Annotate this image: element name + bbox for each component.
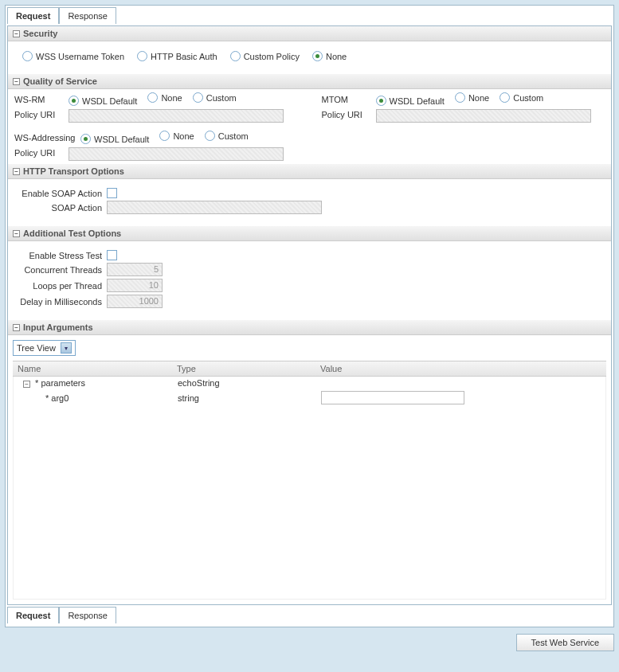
- radio-wsrm-default[interactable]: WSDL Default: [69, 96, 137, 106]
- mtom-policy-uri-input: [376, 109, 591, 123]
- radio-wsaddr-custom[interactable]: Custom: [205, 131, 249, 141]
- radio-icon: [500, 92, 510, 103]
- qos-wsaddr: WS-Addressing WSDL Default None Custom P…: [14, 131, 605, 161]
- main-panel: Request Response − Security WSS Username…: [5, 5, 614, 627]
- radio-icon: [230, 51, 241, 61]
- tab-request-bottom[interactable]: Request: [7, 607, 59, 623]
- radio-icon: [137, 51, 147, 61]
- section-input-body: Tree View ▾ Name Type Value − * paramete…: [8, 335, 611, 604]
- section-title: Quality of Service: [23, 76, 97, 86]
- wsrm-policy-uri-input: [69, 109, 284, 123]
- args-table-body: − * parameters echoString * arg0 string: [13, 377, 606, 600]
- delay-ms-input: 1000: [107, 295, 163, 308]
- section-qos-body: WS-RM WSDL Default None Custom Policy UR…: [8, 89, 611, 164]
- radio-mtom-none[interactable]: None: [455, 92, 489, 103]
- test-web-service-button[interactable]: Test Web Service: [516, 634, 614, 651]
- section-security-header[interactable]: − Security: [8, 26, 611, 41]
- view-select[interactable]: Tree View ▾: [13, 340, 76, 356]
- radio-wsrm-none[interactable]: None: [147, 92, 182, 103]
- radio-http-basic[interactable]: HTTP Basic Auth: [137, 51, 217, 61]
- radio-icon: [69, 96, 79, 106]
- table-row[interactable]: − * parameters echoString: [14, 377, 605, 389]
- tab-response-bottom[interactable]: Response: [59, 607, 116, 623]
- section-title: Input Arguments: [23, 322, 93, 332]
- concurrent-threads-input: 5: [107, 263, 163, 276]
- wsaddr-policy-uri-input: [69, 147, 284, 161]
- enable-stress-checkbox[interactable]: [107, 250, 117, 260]
- radio-custom-policy[interactable]: Custom Policy: [230, 51, 300, 61]
- collapse-icon[interactable]: −: [13, 324, 20, 331]
- radio-wsaddr-default[interactable]: WSDL Default: [80, 134, 149, 144]
- collapse-icon[interactable]: −: [13, 30, 20, 37]
- section-title: HTTP Transport Options: [23, 166, 124, 176]
- radio-icon: [455, 92, 465, 103]
- radio-icon: [147, 92, 158, 103]
- radio-mtom-custom[interactable]: Custom: [500, 92, 543, 103]
- enable-soap-action-checkbox[interactable]: [107, 188, 117, 198]
- radio-icon: [193, 92, 203, 103]
- radio-icon: [159, 131, 170, 141]
- loops-per-thread-input: 10: [107, 279, 163, 292]
- section-security-body: WSS Username Token HTTP Basic Auth Custo…: [8, 41, 611, 74]
- section-qos-header[interactable]: − Quality of Service: [8, 74, 611, 89]
- section-additional-header[interactable]: − Additional Test Options: [8, 226, 611, 241]
- tree-collapse-icon[interactable]: −: [23, 381, 30, 388]
- section-title: Security: [23, 29, 57, 38]
- collapse-icon[interactable]: −: [13, 168, 20, 175]
- radio-icon: [22, 51, 33, 61]
- section-input-header[interactable]: − Input Arguments: [8, 320, 611, 335]
- radio-wss[interactable]: WSS Username Token: [22, 51, 124, 61]
- collapse-icon[interactable]: −: [13, 78, 20, 85]
- section-title: Additional Test Options: [23, 229, 121, 238]
- radio-icon: [205, 131, 215, 141]
- table-row[interactable]: * arg0 string: [14, 389, 605, 406]
- radio-icon: [312, 51, 323, 61]
- radio-mtom-default[interactable]: WSDL Default: [376, 96, 445, 106]
- radio-none[interactable]: None: [312, 51, 347, 61]
- arg0-value-input[interactable]: [321, 391, 464, 404]
- qos-mtom: MTOM WSDL Default None Custom Policy URI: [322, 92, 605, 123]
- args-table-header: Name Type Value: [13, 361, 606, 377]
- footer: Test Web Service: [5, 634, 614, 651]
- top-tabs: Request Response: [7, 7, 612, 24]
- collapse-icon[interactable]: −: [13, 230, 20, 237]
- tab-request[interactable]: Request: [7, 7, 59, 24]
- content-panel: − Security WSS Username Token HTTP Basic…: [7, 25, 612, 605]
- section-additional-body: Enable Stress Test Concurrent Threads 5 …: [8, 241, 611, 320]
- bottom-tabs: Request Response: [7, 607, 612, 623]
- soap-action-input: [107, 201, 322, 214]
- chevron-down-icon: ▾: [61, 342, 72, 354]
- section-http-header[interactable]: − HTTP Transport Options: [8, 164, 611, 179]
- radio-wsrm-custom[interactable]: Custom: [193, 92, 237, 103]
- qos-wsrm: WS-RM WSDL Default None Custom Policy UR…: [14, 92, 298, 123]
- radio-icon: [80, 134, 91, 144]
- radio-icon: [376, 96, 386, 106]
- section-http-body: Enable SOAP Action SOAP Action: [8, 179, 611, 226]
- radio-wsaddr-none[interactable]: None: [159, 131, 194, 141]
- tab-response[interactable]: Response: [59, 7, 116, 24]
